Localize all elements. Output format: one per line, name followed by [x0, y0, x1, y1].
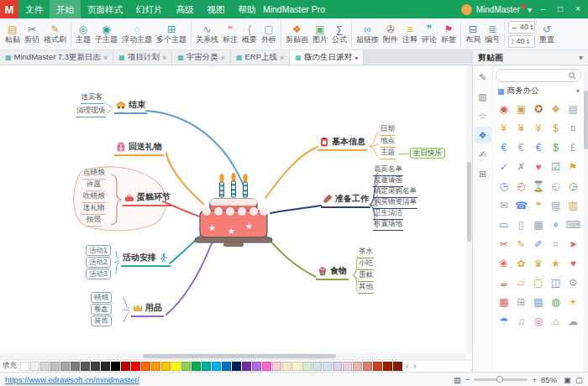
- subtopic-button[interactable]: ◉子主题: [93, 20, 119, 49]
- color-swatch[interactable]: [181, 362, 191, 371]
- yen-coin-icon[interactable]: ¥: [496, 119, 512, 137]
- color-swatch[interactable]: [343, 362, 352, 371]
- reset-button[interactable]: ↺ 重置: [538, 20, 556, 49]
- mindmap-topic-cake[interactable]: 蛋糕环节: [123, 191, 172, 206]
- horizontal-scrollbar[interactable]: [0, 353, 466, 359]
- gear-icon[interactable]: ⚙: [564, 274, 581, 291]
- box-icon[interactable]: ▢: [530, 274, 547, 291]
- fullscreen-icon[interactable]: ▢: [575, 375, 583, 384]
- mindmap-leaf[interactable]: 点蜡烛: [82, 168, 106, 180]
- mindmap-leaf[interactable]: 清理现场: [76, 106, 106, 117]
- pen-icon[interactable]: ✎: [513, 235, 530, 253]
- chart-icon[interactable]: ◫: [548, 274, 564, 291]
- square-stamp-icon[interactable]: ▣: [513, 100, 530, 117]
- mindmap-leaf[interactable]: 布置场地: [373, 219, 403, 231]
- mindmap-leaf[interactable]: 蛋糕: [358, 270, 374, 282]
- currency-icon[interactable]: ¤: [564, 119, 581, 137]
- color-swatch[interactable]: [131, 362, 140, 371]
- spin-down-icon[interactable]: ▾: [530, 27, 533, 30]
- color-swatch[interactable]: [363, 362, 372, 371]
- color-swatch[interactable]: [60, 362, 70, 371]
- mindmap-leaf[interactable]: 确定采购名单: [373, 186, 417, 198]
- color-swatch[interactable]: [393, 362, 402, 371]
- v-spacing-stepper[interactable]: ↕ 40 ▴▾: [508, 35, 535, 48]
- mindmap-leaf[interactable]: 活动3: [86, 269, 111, 279]
- clipart-icon[interactable]: ❖: [475, 127, 491, 143]
- comment-button[interactable]: ❞评论: [420, 20, 438, 49]
- mindmap-leaf[interactable]: 嘉宾名单: [373, 164, 403, 176]
- search-input[interactable]: [501, 71, 569, 80]
- icon-library-icon[interactable]: ☆: [475, 107, 491, 124]
- color-swatch[interactable]: [141, 362, 150, 371]
- theme-icon[interactable]: ▥: [475, 88, 491, 105]
- grid-icon[interactable]: ⌗: [548, 235, 564, 253]
- tag-button[interactable]: ⚑标签: [439, 20, 458, 49]
- birthday-cake-image[interactable]: ★ ★ ★: [190, 171, 277, 248]
- color-swatch[interactable]: [40, 362, 50, 371]
- color-swatch[interactable]: [202, 362, 211, 371]
- yuan-sign-icon[interactable]: ¥: [530, 119, 547, 137]
- mindmap-leaf[interactable]: 许愿: [86, 180, 102, 191]
- mindmap-leaf[interactable]: 卫生清洁: [373, 208, 403, 220]
- zoom-slider[interactable]: [474, 378, 528, 381]
- relationship-button[interactable]: ∿关系线: [194, 20, 220, 49]
- color-swatch[interactable]: [262, 362, 271, 371]
- color-swatch[interactable]: [111, 362, 120, 371]
- mindmap-topic-end[interactable]: 结束: [114, 99, 147, 114]
- mindmap-leaf[interactable]: 送礼物: [82, 203, 106, 215]
- tab-close-icon[interactable]: ×: [103, 54, 108, 62]
- color-swatch[interactable]: [81, 362, 90, 371]
- color-swatch[interactable]: [353, 362, 362, 371]
- color-swatch[interactable]: [121, 362, 130, 371]
- badge-icon[interactable]: ❖: [548, 100, 564, 117]
- fit-screen-icon[interactable]: ▣: [564, 375, 571, 384]
- menu-item[interactable]: 幻灯片: [129, 0, 170, 18]
- mail-icon[interactable]: ✉: [496, 196, 512, 214]
- folder-icon[interactable]: ▱: [513, 274, 530, 291]
- watch-icon[interactable]: ◵: [548, 177, 564, 195]
- palette-next-icon[interactable]: ›: [412, 362, 417, 371]
- paste-button[interactable]: ▤粘贴: [3, 20, 22, 49]
- mindmap-note[interactable]: 生日快乐: [410, 148, 445, 159]
- pages-icon[interactable]: ▥: [454, 375, 461, 384]
- cut-button[interactable]: ✂剪切: [23, 20, 41, 49]
- color-swatch[interactable]: [292, 362, 302, 371]
- target-icon[interactable]: ⌖: [548, 216, 564, 233]
- document-tab[interactable]: ▦薇の生日派对●: [290, 50, 364, 65]
- star-icon[interactable]: ★: [548, 254, 564, 272]
- color-swatch[interactable]: [282, 362, 291, 371]
- mindmap-leaf[interactable]: 装饰: [91, 316, 112, 326]
- flag-icon[interactable]: ⚑: [564, 158, 581, 175]
- vertical-scrollbar[interactable]: [466, 65, 472, 353]
- quote-icon[interactable]: ❝: [530, 196, 547, 214]
- callout-button[interactable]: ❝标注: [221, 20, 239, 49]
- clipart-category-dropdown[interactable]: ▦ 商务办公 ▾: [496, 86, 581, 96]
- mindmap-topic-supplies[interactable]: 用品: [131, 302, 164, 317]
- color-swatch[interactable]: [161, 362, 171, 371]
- mindmap-topic-prep[interactable]: 准备工作: [321, 193, 370, 208]
- color-swatch[interactable]: [232, 362, 241, 371]
- calculator-icon[interactable]: ⊞: [513, 293, 530, 310]
- canvas[interactable]: ★ ★ ★ 送宾客 清理现场 结束 回送礼物: [0, 65, 472, 359]
- website-link[interactable]: https://www.edrawsoft.cn/mindmaster/: [5, 375, 139, 384]
- mindmap-leaf[interactable]: 其他: [358, 282, 374, 294]
- scissors-icon[interactable]: ✂: [496, 235, 512, 253]
- hourglass-icon[interactable]: ⌛: [530, 177, 547, 195]
- format-painter-button[interactable]: ✎格式刷: [42, 20, 68, 49]
- round-target-icon[interactable]: ◎: [530, 312, 547, 330]
- idea-icon[interactable]: ☀: [564, 293, 581, 310]
- color-swatch[interactable]: [50, 362, 60, 371]
- color-swatch[interactable]: [71, 362, 80, 371]
- style-icon[interactable]: ✎: [475, 69, 491, 86]
- book-icon[interactable]: ▤: [530, 293, 547, 310]
- yen-coins-icon[interactable]: ¥: [513, 119, 530, 137]
- mindmap-leaf[interactable]: 拍照: [86, 215, 102, 227]
- mindmap-leaf[interactable]: 活动1: [86, 245, 111, 256]
- umbrella-icon[interactable]: ☂: [496, 312, 512, 330]
- approval-stamp-icon[interactable]: ✪: [530, 100, 547, 117]
- handdraw-icon[interactable]: ✍: [475, 146, 491, 163]
- menu-item[interactable]: 高级: [170, 0, 201, 18]
- topic-button[interactable]: ◎主题: [74, 20, 92, 49]
- tab-close-icon[interactable]: ×: [280, 54, 284, 62]
- layout-button[interactable]: ⊟布局: [464, 20, 482, 49]
